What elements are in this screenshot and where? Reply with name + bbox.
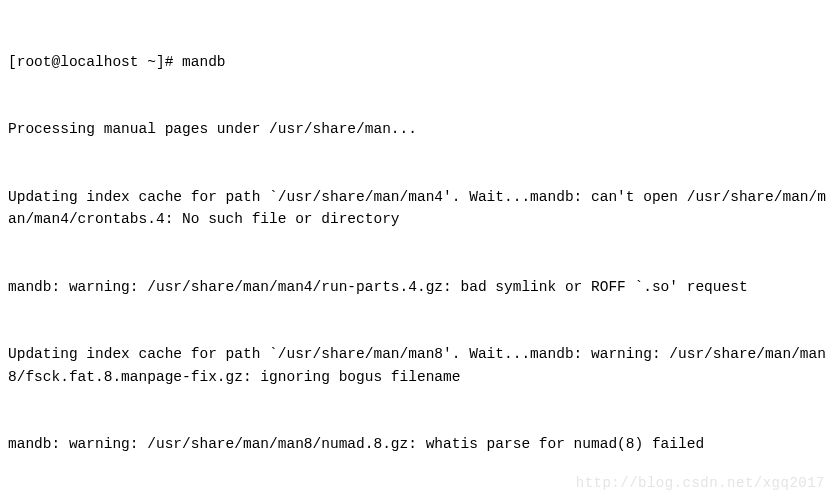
command-text: mandb — [182, 54, 226, 70]
prompt-line: [root@localhost ~]# mandb — [8, 51, 827, 73]
output-line: mandb: warning: /usr/share/man/man4/run-… — [8, 276, 827, 298]
output-line: mandb: warning: /usr/share/man/man8/numa… — [8, 433, 827, 455]
terminal-output: [root@localhost ~]# mandb Processing man… — [8, 6, 827, 502]
output-line: Updating index cache for path `/usr/shar… — [8, 343, 827, 388]
output-line: Processing manual pages under /usr/share… — [8, 118, 827, 140]
output-line: Updating index cache for path `/usr/shar… — [8, 186, 827, 231]
shell-prompt: [root@localhost ~]# — [8, 54, 182, 70]
